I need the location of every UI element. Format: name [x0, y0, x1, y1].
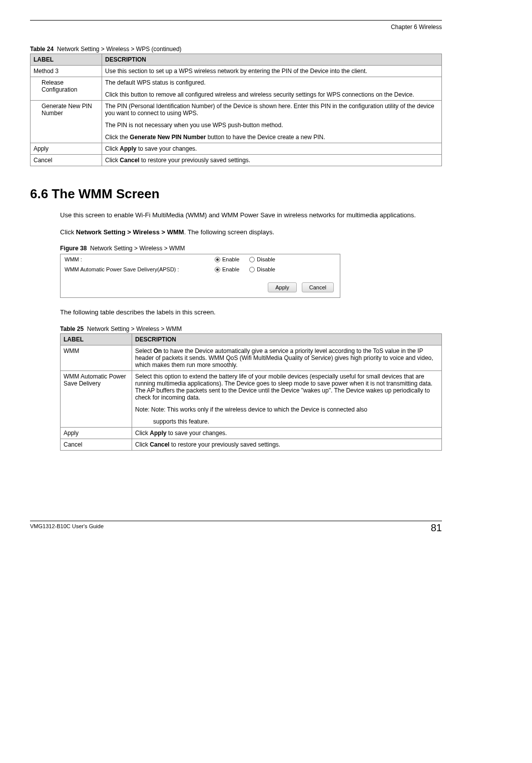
cell-desc: Click Cancel to restore your previously …: [132, 439, 442, 450]
table-row: Apply Click Apply to save your changes.: [31, 143, 442, 155]
table25: LABEL DESCRIPTION WMM Select On to have …: [60, 333, 442, 451]
cell-label: Cancel: [31, 155, 102, 166]
text: to save your changes.: [137, 145, 197, 152]
body-paragraph: Use this screen to enable Wi-Fi MultiMed…: [60, 211, 442, 220]
desc-p1: The PIN (Personal Identification Number)…: [105, 103, 438, 117]
body-paragraph: The following table describes the labels…: [60, 308, 442, 317]
cell-label: Apply: [31, 143, 102, 155]
desc-p2: The PIN is not necessary when you use WP…: [105, 122, 438, 129]
cell-desc: Select On to have the Device automatical…: [132, 345, 442, 370]
cell-label: Cancel: [61, 439, 132, 450]
footer-page-number: 81: [431, 522, 442, 534]
table-row: Method 3 Use this section to set up a WP…: [31, 66, 442, 77]
table-row: WMM Select On to have the Device automat…: [61, 345, 442, 370]
radio-label: Disable: [257, 266, 275, 272]
text: to restore your previously saved setting…: [170, 441, 280, 448]
desc-p2: Click this button to remove all configur…: [105, 91, 438, 98]
text: Click: [105, 145, 120, 152]
bold-text: Cancel: [150, 441, 169, 448]
text: Click: [60, 228, 76, 236]
radio-unselected-icon: [249, 257, 255, 262]
text: button to have the Device create a new P…: [206, 134, 325, 141]
table24-head-label: LABEL: [31, 54, 102, 66]
cell-label: Generate New PIN Number: [31, 101, 102, 143]
table-row: Cancel Click Cancel to restore your prev…: [31, 155, 442, 166]
table-row: WMM Automatic Power Save Delivery Select…: [61, 370, 442, 427]
text: . The following screen displays.: [184, 228, 274, 236]
table24-caption: Table 24 Network Setting > Wireless > WP…: [30, 46, 442, 53]
cell-desc: Click Apply to save your changes.: [132, 427, 442, 439]
figure-row-wmm: WMM : Enable Disable: [61, 254, 340, 264]
bold-text: Generate New PIN Number: [130, 134, 206, 141]
radio-unselected-icon: [249, 267, 255, 272]
section-heading: 6.6 The WMM Screen: [30, 186, 442, 202]
radio-selected-icon: [215, 257, 220, 262]
desc-note2: supports this feature.: [135, 418, 438, 425]
cell-desc: Use this section to set up a WPS wireles…: [102, 66, 442, 77]
text: to restore your previously saved setting…: [140, 157, 250, 164]
table25-head-desc: DESCRIPTION: [132, 333, 442, 345]
cell-label: Release Configuration: [31, 77, 102, 101]
cell-label: WMM: [61, 345, 132, 370]
page-footer: VMG1312-B10C User's Guide 81: [30, 521, 442, 529]
text: to have the Device automatically give a …: [135, 347, 433, 368]
table24-head-desc: DESCRIPTION: [102, 54, 442, 66]
table24-caption-prefix: Table 24: [30, 46, 54, 53]
wmm-radio-group: Enable Disable: [215, 256, 275, 262]
wmm-disable-option[interactable]: Disable: [249, 256, 275, 262]
desc-p1: Select this option to extend the battery…: [135, 373, 438, 401]
figure38-screenshot: WMM : Enable Disable WMM Automatic Power…: [60, 254, 340, 298]
radio-selected-icon: [215, 267, 220, 272]
cell-desc: Select this option to extend the battery…: [132, 370, 442, 427]
table24-caption-text: Network Setting > Wireless > WPS (contin…: [57, 46, 182, 53]
table25-head-label: LABEL: [61, 333, 132, 345]
figure-buttons: Apply Cancel: [61, 274, 340, 297]
apsd-radio-group: Enable Disable: [215, 266, 275, 272]
body-paragraph: Click Network Setting > Wireless > WMM. …: [60, 228, 442, 237]
desc-p1: The default WPS status is configured.: [105, 79, 438, 86]
text: Click: [135, 430, 150, 437]
table-row: Apply Click Apply to save your changes.: [61, 427, 442, 439]
text: Click: [105, 157, 120, 164]
cell-label: Method 3: [31, 66, 102, 77]
bold-text: Apply: [150, 430, 166, 437]
table24: LABEL DESCRIPTION Method 3 Use this sect…: [30, 54, 442, 166]
figure38-caption-text: Network Setting > Wireless > WMM: [90, 245, 185, 252]
cell-desc: The PIN (Personal Identification Number)…: [102, 101, 442, 143]
text: Select: [135, 347, 154, 354]
text: to save your changes.: [167, 430, 227, 437]
figure38-caption: Figure 38 Network Setting > Wireless > W…: [60, 245, 442, 252]
text: Click: [135, 441, 150, 448]
footer-guide-name: VMG1312-B10C User's Guide: [30, 523, 104, 529]
table25-caption-text: Network Setting > Wireless > WMM: [87, 325, 182, 332]
cell-label: Apply: [61, 427, 132, 439]
cell-desc: Click Cancel to restore your previously …: [102, 155, 442, 166]
text: Click the: [105, 134, 130, 141]
table25-caption: Table 25 Network Setting > Wireless > WM…: [60, 325, 442, 332]
cell-label: WMM Automatic Power Save Delivery: [61, 370, 132, 427]
figure-label-wmm: WMM :: [65, 256, 215, 262]
top-rule: [30, 20, 442, 21]
radio-label: Disable: [257, 256, 275, 262]
bold-text: Cancel: [120, 157, 139, 164]
bold-text: On: [154, 347, 162, 354]
apply-button[interactable]: Apply: [268, 282, 297, 292]
desc-note1: Note: Note: This works only if the wirel…: [135, 406, 438, 413]
apsd-disable-option[interactable]: Disable: [249, 266, 275, 272]
desc-p3: Click the Generate New PIN Number button…: [105, 134, 438, 141]
cancel-button[interactable]: Cancel: [302, 282, 334, 292]
table25-caption-prefix: Table 25: [60, 325, 84, 332]
table-row: Release Configuration The default WPS st…: [31, 77, 442, 101]
bold-text: Network Setting > Wireless > WMM: [76, 228, 184, 236]
cell-desc: The default WPS status is configured. Cl…: [102, 77, 442, 101]
radio-label: Enable: [222, 266, 239, 272]
table-row: Generate New PIN Number The PIN (Persona…: [31, 101, 442, 143]
wmm-enable-option[interactable]: Enable: [215, 256, 239, 262]
figure-label-apsd: WMM Automatic Power Save Delivery(APSD) …: [65, 266, 215, 272]
apsd-enable-option[interactable]: Enable: [215, 266, 239, 272]
figure38-caption-prefix: Figure 38: [60, 245, 87, 252]
cell-desc: Click Apply to save your changes.: [102, 143, 442, 155]
table-row: Cancel Click Cancel to restore your prev…: [61, 439, 442, 450]
bold-text: Apply: [120, 145, 136, 152]
radio-label: Enable: [222, 256, 239, 262]
